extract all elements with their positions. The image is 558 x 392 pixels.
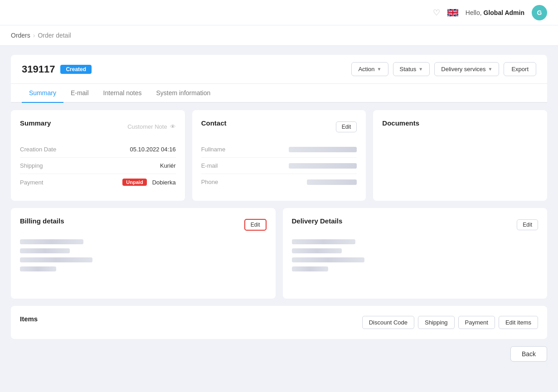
delivery-line-1 <box>292 239 355 244</box>
delivery-edit-button[interactable]: Edit <box>517 219 538 230</box>
chevron-down-icon: ▼ <box>488 67 493 72</box>
back-button[interactable]: Back <box>510 346 547 362</box>
back-row: Back <box>11 346 547 369</box>
order-header: 319117 Created Action ▼ Status ▼ Deliver… <box>11 55 547 84</box>
contact-card: Contact Edit Fullname E-mail Phone <box>192 110 366 201</box>
delivery-line-2 <box>292 248 342 253</box>
documents-card-title: Documents <box>382 119 419 127</box>
contact-edit-button[interactable]: Edit <box>336 121 357 132</box>
eye-icon[interactable]: 👁 <box>170 123 176 130</box>
tab-internal-notes[interactable]: Internal notes <box>96 84 149 103</box>
middle-cards-row: Billing details Edit Delivery Details Ed… <box>11 208 547 299</box>
billing-edit-button[interactable]: Edit <box>244 219 267 231</box>
top-cards-row: Summary Customer Note 👁 Creation Date 05… <box>11 110 547 201</box>
status-button[interactable]: Status ▼ <box>393 62 430 76</box>
language-flag-icon[interactable] <box>447 9 458 16</box>
payment-button[interactable]: Payment <box>458 316 495 329</box>
export-button[interactable]: Export <box>504 62 536 76</box>
billing-address <box>20 239 267 271</box>
billing-card-title: Billing details <box>20 217 64 225</box>
contact-row-email: E-mail <box>201 158 357 174</box>
email-value <box>289 163 357 169</box>
topnav-greeting: Hello, Global Admin <box>466 9 524 16</box>
breadcrumb-current: Order detail <box>38 32 71 39</box>
tabs-bar: Summary E-mail Internal notes System inf… <box>11 84 547 103</box>
chevron-down-icon: ▼ <box>418 67 423 72</box>
items-header: Items Discount Code Shipping Payment Edi… <box>20 315 538 330</box>
fullname-value <box>289 147 357 152</box>
billing-line-2 <box>20 248 70 253</box>
breadcrumb: Orders › Order detail <box>0 25 558 46</box>
items-card-title: Items <box>20 315 38 323</box>
discount-code-button[interactable]: Discount Code <box>362 316 414 329</box>
contact-card-title: Contact <box>201 119 227 127</box>
tab-system-information[interactable]: System information <box>149 84 218 103</box>
summary-card-title: Summary <box>20 119 51 127</box>
contact-row-phone: Phone <box>201 174 357 190</box>
breadcrumb-separator: › <box>33 32 35 39</box>
summary-card: Summary Customer Note 👁 Creation Date 05… <box>11 110 185 201</box>
delivery-line-3 <box>292 257 364 262</box>
tab-email[interactable]: E-mail <box>63 84 96 103</box>
chevron-down-icon: ▼ <box>377 67 382 72</box>
avatar[interactable]: G <box>532 5 547 20</box>
status-badge: Created <box>60 65 92 74</box>
payment-unpaid-badge: Unpaid <box>122 179 146 186</box>
delivery-line-4 <box>292 266 328 271</box>
customer-note-label: Customer Note <box>127 123 167 130</box>
delivery-services-button[interactable]: Delivery services ▼ <box>434 62 499 76</box>
billing-line-3 <box>20 257 92 262</box>
order-actions: Action ▼ Status ▼ Delivery services ▼ Ex… <box>351 62 536 76</box>
summary-row-creation-date: Creation Date 05.10.2022 04:16 <box>20 141 176 158</box>
topnav: ♡ Hello, Global Admin G <box>0 0 558 25</box>
billing-card: Billing details Edit <box>11 208 276 299</box>
summary-row-shipping: Shipping Kuriér <box>20 158 176 174</box>
billing-line-1 <box>20 239 83 244</box>
documents-card: Documents <box>373 110 547 201</box>
items-actions: Discount Code Shipping Payment Edit item… <box>362 316 538 329</box>
items-card: Items Discount Code Shipping Payment Edi… <box>11 306 547 339</box>
delivery-card: Delivery Details Edit <box>283 208 548 299</box>
tab-summary[interactable]: Summary <box>22 84 63 103</box>
phone-value <box>307 179 357 185</box>
contact-row-fullname: Fullname <box>201 141 357 158</box>
order-number: 319117 <box>22 63 55 75</box>
summary-row-payment: Payment Unpaid Dobierka <box>20 174 176 190</box>
action-button[interactable]: Action ▼ <box>351 62 388 76</box>
billing-line-4 <box>20 266 56 271</box>
shipping-button[interactable]: Shipping <box>418 316 455 329</box>
delivery-address <box>292 239 539 271</box>
edit-items-button[interactable]: Edit items <box>499 316 538 329</box>
notification-bell-icon[interactable]: ♡ <box>433 8 440 18</box>
breadcrumb-orders-link[interactable]: Orders <box>11 32 30 39</box>
delivery-card-title: Delivery Details <box>292 217 343 225</box>
page-content: 319117 Created Action ▼ Status ▼ Deliver… <box>0 46 558 378</box>
